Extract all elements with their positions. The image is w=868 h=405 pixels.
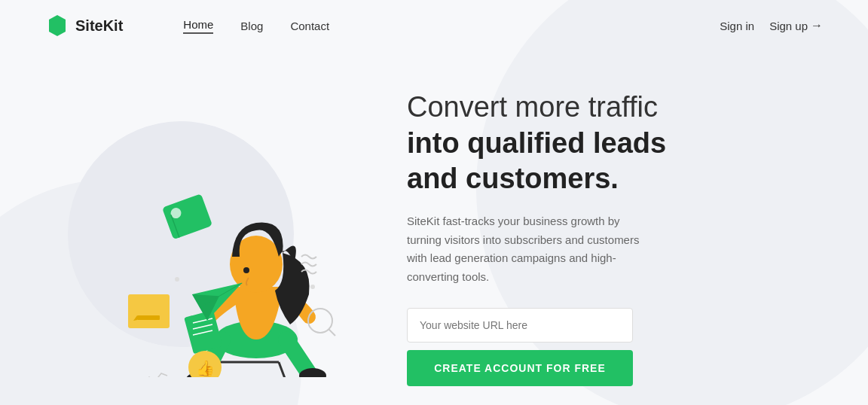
sign-in-link[interactable]: Sign in bbox=[720, 20, 754, 32]
main-content: 👍 Convert more traffic into bbox=[0, 51, 868, 402]
svg-rect-12 bbox=[162, 193, 212, 239]
sign-up-link[interactable]: Sign up → bbox=[769, 19, 823, 32]
headline: Convert more traffic into qualified lead… bbox=[407, 90, 678, 197]
website-url-input[interactable] bbox=[407, 308, 633, 343]
nav-contact[interactable]: Contact bbox=[290, 20, 329, 32]
nav-links: Home Blog Contact bbox=[183, 18, 720, 34]
create-account-button[interactable]: CREATE ACCOUNT FOR FREE bbox=[407, 350, 633, 386]
hero-illustration: 👍 bbox=[45, 91, 362, 377]
svg-line-24 bbox=[329, 329, 335, 336]
illustration-wrap: 👍 bbox=[45, 91, 362, 377]
nav-home[interactable]: Home bbox=[183, 18, 213, 34]
svg-rect-19 bbox=[137, 315, 160, 320]
svg-point-25 bbox=[175, 277, 179, 282]
svg-rect-18 bbox=[128, 294, 170, 328]
svg-point-26 bbox=[310, 285, 315, 289]
logo-text: SiteKit bbox=[75, 17, 123, 35]
hero-content: Convert more traffic into qualified lead… bbox=[362, 82, 823, 386]
logo-icon bbox=[45, 14, 69, 38]
logo[interactable]: SiteKit bbox=[45, 14, 123, 38]
nav-right: Sign in Sign up → bbox=[720, 19, 823, 32]
navbar: SiteKit Home Blog Contact Sign in Sign u… bbox=[0, 0, 868, 51]
hero-description: SiteKit fast-tracks your business growth… bbox=[407, 212, 648, 287]
nav-blog[interactable]: Blog bbox=[240, 20, 263, 32]
arrow-icon: → bbox=[811, 19, 823, 32]
svg-line-1 bbox=[279, 362, 290, 377]
svg-text:👍: 👍 bbox=[196, 359, 215, 377]
svg-point-11 bbox=[243, 267, 249, 273]
